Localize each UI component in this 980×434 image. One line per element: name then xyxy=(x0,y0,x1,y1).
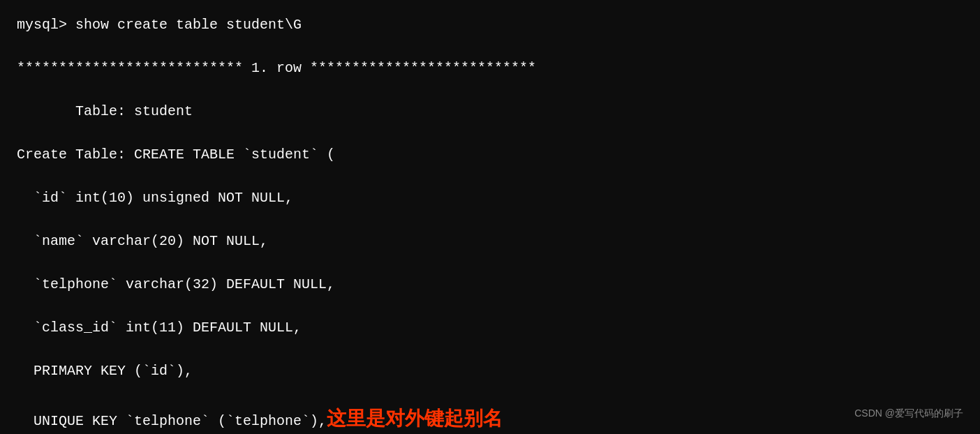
line-5: `id` int(10) unsigned NOT NULL, xyxy=(17,187,963,209)
line-7: `telphone` varchar(32) DEFAULT NULL, xyxy=(17,274,963,295)
line-8: `class_id` int(11) DEFAULT NULL, xyxy=(17,317,963,338)
line-10: UNIQUE KEY `telphone` (`telphone`),这里是对外… xyxy=(17,403,963,433)
line-2: *************************** 1. row *****… xyxy=(17,57,963,79)
watermark: CSDN @爱写代码的刷子 xyxy=(854,406,963,421)
line-3: Table: student xyxy=(17,100,963,122)
terminal-content: mysql> show create table student\G *****… xyxy=(17,14,963,434)
line-9: PRIMARY KEY (`id`), xyxy=(17,360,963,382)
annotation-text: 这里是对外键起别名 xyxy=(327,407,503,429)
line-1: mysql> show create table student\G xyxy=(17,14,963,36)
unique-key-text: UNIQUE KEY `telphone` (`telphone`), xyxy=(17,413,327,429)
line-6: `name` varchar(20) NOT NULL, xyxy=(17,230,963,252)
terminal-window: mysql> show create table student\G *****… xyxy=(0,0,980,434)
line-4: Create Table: CREATE TABLE `student` ( xyxy=(17,144,963,165)
